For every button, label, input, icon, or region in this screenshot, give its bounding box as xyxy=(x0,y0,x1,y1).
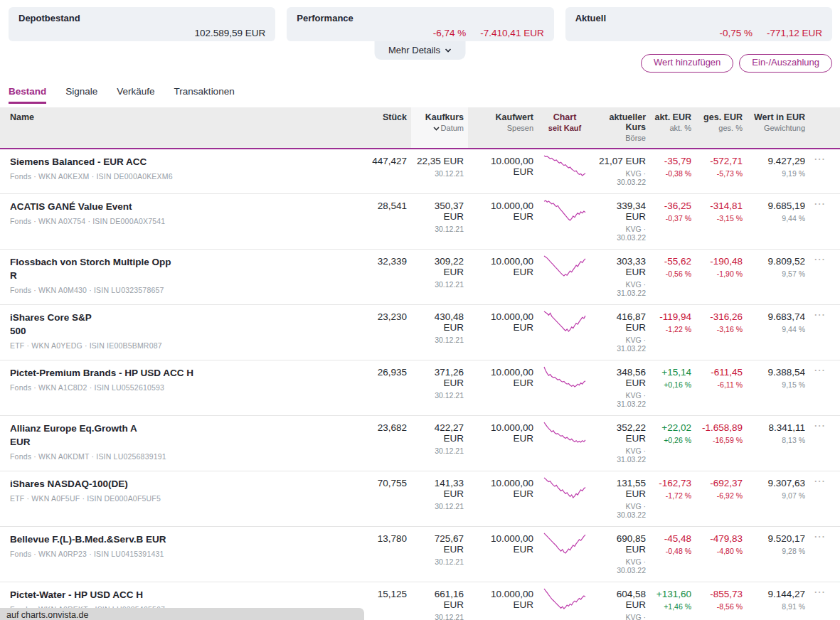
card-depotbestand: Depotbestand 102.589,59 EUR xyxy=(9,7,275,41)
row-menu-button[interactable]: ⋯ xyxy=(814,419,826,432)
tab-transaktionen[interactable]: Transaktionen xyxy=(174,86,235,104)
table-row: Flossbach von Storch Multiple Opp RFonds… xyxy=(0,249,840,304)
cell-name: Pictet-Premium Brands - HP USD ACC HFond… xyxy=(0,360,356,415)
header-name[interactable]: Name xyxy=(0,107,356,149)
card-performance: Performance -6,74 % -7.410,41 EUR xyxy=(287,7,553,41)
cell-chart[interactable] xyxy=(538,526,592,582)
cell-kaufkurs: 22,35 EUR30.12.21 xyxy=(411,149,468,194)
cell-akt-eur: +22,02+0,26 % xyxy=(650,415,696,471)
cell-wert: 9.685,199,44 % xyxy=(747,193,809,249)
header-akt-eur[interactable]: akt. EUR akt. % xyxy=(650,107,696,149)
row-menu-button[interactable]: ⋯ xyxy=(814,586,826,598)
cell-name: iShares Core S&P 500ETF · WKN A0YEDG · I… xyxy=(0,304,356,360)
instrument-name[interactable]: Pictet-Water - HP USD ACC H xyxy=(10,589,351,602)
cell-wert: 9.388,549,15 % xyxy=(747,360,809,415)
more-details-button[interactable]: Mehr Details xyxy=(374,41,466,60)
instrument-name[interactable]: Siemens Balanced - EUR ACC xyxy=(10,156,351,169)
cell-kaufwert: 10.000,00 EUR xyxy=(468,249,538,304)
cell-kaufwert: 10.000,00 EUR xyxy=(468,304,538,360)
instrument-name[interactable]: Allianz Europe Eq.Growth A EUR xyxy=(10,422,351,449)
cell-kaufkurs: 371,26 EUR30.12.21 xyxy=(411,360,468,415)
summary-cards: Depotbestand 102.589,59 EUR Performance … xyxy=(9,7,832,41)
price-sparkline[interactable] xyxy=(543,154,587,177)
cell-wert: 9.144,278,91 % xyxy=(747,582,809,620)
cell-akt-eur: -55,62-0,56 % xyxy=(650,249,696,304)
instrument-name[interactable]: Pictet-Premium Brands - HP USD ACC H xyxy=(10,367,351,380)
add-value-button[interactable]: Wert hinzufügen xyxy=(641,54,733,73)
instrument-meta: Fonds · WKN A0KEXM · ISIN DE000A0KEXM6 xyxy=(10,172,351,181)
cell-wert: 9.307,639,07 % xyxy=(747,471,809,526)
status-bar: auf charts.onvista.de xyxy=(0,608,364,620)
cell-akt-eur: +15,14+0,16 % xyxy=(650,360,696,415)
performance-percent: -6,74 % xyxy=(433,28,467,38)
price-sparkline[interactable] xyxy=(543,532,587,555)
tab-signale[interactable]: Signale xyxy=(65,86,97,104)
cell-stueck: 26,935 xyxy=(356,360,411,415)
cell-kaufkurs: 430,48 EUR30.12.21 xyxy=(411,304,468,360)
row-menu-button[interactable]: ⋯ xyxy=(814,530,826,542)
header-datum-label: Datum xyxy=(441,124,464,132)
header-spesen-label: Spesen xyxy=(472,124,533,132)
cell-chart[interactable] xyxy=(538,193,592,249)
cell-menu: ⋯ xyxy=(809,149,840,194)
cell-kaufwert: 10.000,00 EUR xyxy=(468,415,538,471)
row-menu-button[interactable]: ⋯ xyxy=(814,309,826,321)
cell-aktueller-kurs: 303,33 EURKVG · 31.03.22 xyxy=(592,249,650,304)
price-sparkline[interactable] xyxy=(543,199,587,222)
tab-verkaeufe[interactable]: Verkäufe xyxy=(117,86,154,104)
cell-chart[interactable] xyxy=(538,582,592,620)
instrument-meta: Fonds · WKN A0X754 · ISIN DE000A0X7541 xyxy=(10,217,351,225)
cell-name: Siemens Balanced - EUR ACCFonds · WKN A0… xyxy=(0,149,356,194)
header-akt-eur-label: akt. EUR xyxy=(654,112,691,122)
row-menu-button[interactable]: ⋯ xyxy=(814,475,826,487)
row-menu-button[interactable]: ⋯ xyxy=(814,364,826,376)
price-sparkline[interactable] xyxy=(543,421,587,444)
header-stueck[interactable]: Stück xyxy=(356,107,411,149)
cell-stueck: 23,230 xyxy=(356,304,411,360)
price-sparkline[interactable] xyxy=(543,476,587,499)
cell-akt-eur: -162,73-1,72 % xyxy=(650,471,696,526)
instrument-name[interactable]: iShares NASDAQ-100(DE) xyxy=(10,478,351,491)
holdings-table: Name Stück Kaufkurs Datum Kaufwert Spese… xyxy=(0,107,840,620)
price-sparkline[interactable] xyxy=(543,310,587,333)
cell-chart[interactable] xyxy=(538,249,592,304)
cell-kaufkurs: 350,37 EUR30.12.21 xyxy=(411,193,468,249)
cell-aktueller-kurs: 339,34 EURKVG · 30.03.22 xyxy=(592,193,650,249)
cell-akt-eur: -36,25-0,37 % xyxy=(650,193,696,249)
header-ges-pct-label: ges. % xyxy=(700,124,743,132)
row-menu-button[interactable]: ⋯ xyxy=(814,253,826,265)
cell-chart[interactable] xyxy=(538,149,592,194)
cell-ges-eur: -316,26-3,16 % xyxy=(696,304,747,360)
cell-stueck: 23,682 xyxy=(356,415,411,471)
instrument-name[interactable]: Bellevue F.(L)-B.Med.&Serv.B EUR xyxy=(10,533,351,547)
header-kaufwert[interactable]: Kaufwert Spesen xyxy=(468,107,538,149)
price-sparkline[interactable] xyxy=(543,255,587,277)
row-menu-button[interactable]: ⋯ xyxy=(814,153,826,165)
cell-kaufwert: 10.000,00 EUR xyxy=(468,526,538,582)
header-ges-eur[interactable]: ges. EUR ges. % xyxy=(696,107,747,149)
cell-chart[interactable] xyxy=(538,415,592,471)
price-sparkline[interactable] xyxy=(543,365,587,388)
cell-ges-eur: -855,73-8,56 % xyxy=(696,582,747,620)
cell-stueck: 28,541 xyxy=(356,193,411,249)
cell-ges-eur: -1.658,89-16,59 % xyxy=(696,415,747,471)
cell-chart[interactable] xyxy=(538,471,592,526)
cell-aktueller-kurs: 604,58 EURKVG · 31.03.22 xyxy=(592,582,650,620)
cell-menu: ⋯ xyxy=(809,249,840,304)
cell-menu: ⋯ xyxy=(809,360,840,415)
cell-aktueller-kurs: 131,55 EURKVG · 30.03.22 xyxy=(592,471,650,526)
deposit-withdrawal-button[interactable]: Ein-/Auszahlung xyxy=(739,54,832,73)
instrument-name[interactable]: ACATIS GANÉ Value Event xyxy=(10,201,351,214)
header-wert[interactable]: Wert in EUR Gewichtung xyxy=(747,107,809,149)
header-aktueller-kurs[interactable]: aktueller Kurs Börse xyxy=(592,107,650,149)
cell-chart[interactable] xyxy=(538,304,592,360)
row-menu-button[interactable]: ⋯ xyxy=(814,198,826,210)
cell-chart[interactable] xyxy=(538,360,592,415)
header-kaufkurs[interactable]: Kaufkurs Datum xyxy=(411,107,468,149)
price-sparkline[interactable] xyxy=(543,587,587,610)
cell-kaufkurs: 422,27 EUR30.12.21 xyxy=(411,415,468,471)
instrument-name[interactable]: Flossbach von Storch Multiple Opp R xyxy=(10,256,351,283)
instrument-name[interactable]: iShares Core S&P 500 xyxy=(10,311,351,338)
tab-bestand[interactable]: Bestand xyxy=(9,86,46,104)
cell-name: ACATIS GANÉ Value EventFonds · WKN A0X75… xyxy=(0,193,356,249)
